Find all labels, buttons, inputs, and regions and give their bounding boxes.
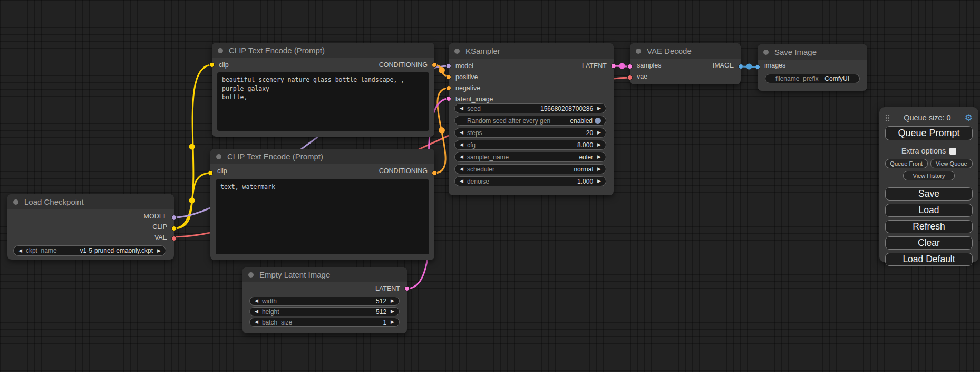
widget-value: 20 xyxy=(586,129,593,137)
collapse-dot-icon[interactable] xyxy=(216,154,221,159)
decrement-arrow-icon[interactable]: ◀ xyxy=(18,249,22,253)
width-widget[interactable]: ◀ width 512 ▶ xyxy=(249,297,400,306)
sampler-name-widget[interactable]: ◀ sampler_name euler ▶ xyxy=(454,152,606,162)
input-port-vae[interactable] xyxy=(627,75,633,80)
queue-prompt-button[interactable]: Queue Prompt xyxy=(885,126,973,140)
decrement-arrow-icon[interactable]: ◀ xyxy=(460,106,463,111)
decrement-arrow-icon[interactable]: ◀ xyxy=(255,320,258,325)
node-titlebar[interactable]: Load Checkpoint xyxy=(7,194,174,209)
seed-widget[interactable]: ◀ seed 156680208700286 ▶ xyxy=(454,103,606,113)
decrement-arrow-icon[interactable]: ◀ xyxy=(460,142,463,147)
clear-button[interactable]: Clear xyxy=(885,236,973,250)
collapse-dot-icon[interactable] xyxy=(454,49,460,54)
collapse-dot-icon[interactable] xyxy=(636,49,641,54)
input-port-samples[interactable] xyxy=(627,64,633,69)
steps-widget[interactable]: ◀ steps 20 ▶ xyxy=(454,128,606,138)
decrement-arrow-icon[interactable]: ◀ xyxy=(460,167,463,171)
positive-prompt-textarea[interactable]: beautiful scenery nature glass bottle la… xyxy=(217,72,429,131)
save-button[interactable]: Save xyxy=(885,187,973,201)
input-port-clip[interactable] xyxy=(208,170,213,176)
increment-arrow-icon[interactable]: ▶ xyxy=(597,155,601,159)
increment-arrow-icon[interactable]: ▶ xyxy=(597,167,601,171)
view-history-button[interactable]: View History xyxy=(903,171,955,180)
link-dot[interactable] xyxy=(189,198,195,204)
drag-handle-icon[interactable] xyxy=(885,114,890,121)
widget-label: width xyxy=(262,298,277,305)
node-vae-decode[interactable]: VAE Decode samples IMAGE vae xyxy=(630,43,741,84)
output-port-conditioning[interactable] xyxy=(432,62,437,68)
node-empty-latent-image[interactable]: Empty Latent Image LATENT ◀ width 512 ▶ … xyxy=(242,267,407,333)
increment-arrow-icon[interactable]: ▶ xyxy=(597,130,601,135)
output-port-clip[interactable] xyxy=(171,226,177,231)
widget-label: height xyxy=(262,308,279,316)
collapse-dot-icon[interactable] xyxy=(218,48,223,53)
collapse-dot-icon[interactable] xyxy=(763,50,769,55)
node-clip-text-encode-positive[interactable]: CLIP Text Encode (Prompt) clip CONDITION… xyxy=(212,43,434,137)
input-port-latent-image[interactable] xyxy=(446,96,451,101)
node-load-checkpoint[interactable]: Load Checkpoint MODEL CLIP VAE ◀ ckpt_na… xyxy=(7,194,174,260)
link-dot[interactable] xyxy=(439,67,445,73)
input-port-images[interactable] xyxy=(755,64,760,70)
output-port-image[interactable] xyxy=(738,64,743,69)
widget-value: ComfyUI xyxy=(824,75,849,82)
output-port-model[interactable] xyxy=(171,215,177,220)
extra-options-checkbox[interactable] xyxy=(949,148,956,155)
cfg-widget[interactable]: ◀ cfg 8.000 ▶ xyxy=(454,140,606,150)
node-graph-canvas[interactable]: Load Checkpoint MODEL CLIP VAE ◀ ckpt_na… xyxy=(0,0,980,372)
node-save-image[interactable]: Save Image images filename_prefix ComfyU… xyxy=(758,44,867,91)
increment-arrow-icon[interactable]: ▶ xyxy=(391,320,394,325)
increment-arrow-icon[interactable]: ▶ xyxy=(391,309,394,314)
increment-arrow-icon[interactable]: ▶ xyxy=(597,106,601,111)
node-titlebar[interactable]: CLIP Text Encode (Prompt) xyxy=(212,43,434,58)
link-dot[interactable] xyxy=(439,127,445,133)
output-port-latent[interactable] xyxy=(404,286,410,291)
node-titlebar[interactable]: VAE Decode xyxy=(630,43,741,59)
node-titlebar[interactable]: Save Image xyxy=(758,44,867,60)
load-button[interactable]: Load xyxy=(885,204,973,217)
collapse-dot-icon[interactable] xyxy=(13,199,18,205)
input-label-images: images xyxy=(764,62,785,69)
height-widget[interactable]: ◀ height 512 ▶ xyxy=(249,307,400,316)
output-label-conditioning: CONDITIONING xyxy=(379,61,428,69)
node-ksampler[interactable]: KSampler model LATENT positive negative … xyxy=(449,43,614,195)
output-port-vae[interactable] xyxy=(171,236,177,241)
input-port-clip[interactable] xyxy=(209,62,215,68)
output-port-latent[interactable] xyxy=(611,63,616,69)
batch-size-widget[interactable]: ◀ batch_size 1 ▶ xyxy=(249,318,400,327)
load-default-button[interactable]: Load Default xyxy=(885,253,973,266)
decrement-arrow-icon[interactable]: ◀ xyxy=(255,299,258,303)
view-queue-button[interactable]: View Queue xyxy=(930,159,973,168)
increment-arrow-icon[interactable]: ▶ xyxy=(157,249,161,253)
decrement-arrow-icon[interactable]: ◀ xyxy=(460,179,463,184)
input-port-positive[interactable] xyxy=(446,74,451,80)
node-titlebar[interactable]: KSampler xyxy=(449,43,614,59)
random-seed-widget[interactable]: Random seed after every gen enabled xyxy=(454,116,606,126)
increment-arrow-icon[interactable]: ▶ xyxy=(597,179,601,184)
link-dot[interactable] xyxy=(189,144,195,150)
increment-arrow-icon[interactable]: ▶ xyxy=(391,299,394,303)
ckpt-name-widget[interactable]: ◀ ckpt_name v1-5-pruned-emaonly.ckpt ▶ xyxy=(13,245,166,256)
decrement-arrow-icon[interactable]: ◀ xyxy=(460,155,463,159)
output-port-conditioning[interactable] xyxy=(432,170,437,176)
gear-icon[interactable]: ⚙ xyxy=(965,113,973,122)
node-clip-text-encode-negative[interactable]: CLIP Text Encode (Prompt) clip CONDITION… xyxy=(210,149,434,260)
link-dot[interactable] xyxy=(746,64,752,70)
refresh-button[interactable]: Refresh xyxy=(885,220,973,233)
input-port-model[interactable] xyxy=(446,63,451,69)
widget-value: v1-5-pruned-emaonly.ckpt xyxy=(80,247,153,254)
decrement-arrow-icon[interactable]: ◀ xyxy=(255,309,258,314)
denoise-widget[interactable]: ◀ denoise 1.000 ▶ xyxy=(454,176,606,186)
node-titlebar[interactable]: CLIP Text Encode (Prompt) xyxy=(210,149,434,164)
input-port-negative[interactable] xyxy=(446,85,451,91)
link-dot[interactable] xyxy=(619,63,625,69)
increment-arrow-icon[interactable]: ▶ xyxy=(597,142,601,147)
decrement-arrow-icon[interactable]: ◀ xyxy=(460,130,463,135)
toggle-enabled-icon[interactable] xyxy=(595,118,601,124)
filename-prefix-widget[interactable]: filename_prefix ComfyUI xyxy=(765,74,860,83)
scheduler-widget[interactable]: ◀ scheduler normal ▶ xyxy=(454,164,606,174)
queue-front-button[interactable]: Queue Front xyxy=(885,159,928,168)
output-label-vae: VAE xyxy=(154,234,167,241)
collapse-dot-icon[interactable] xyxy=(248,272,254,278)
negative-prompt-textarea[interactable]: text, watermark xyxy=(216,179,429,254)
node-titlebar[interactable]: Empty Latent Image xyxy=(242,267,407,282)
